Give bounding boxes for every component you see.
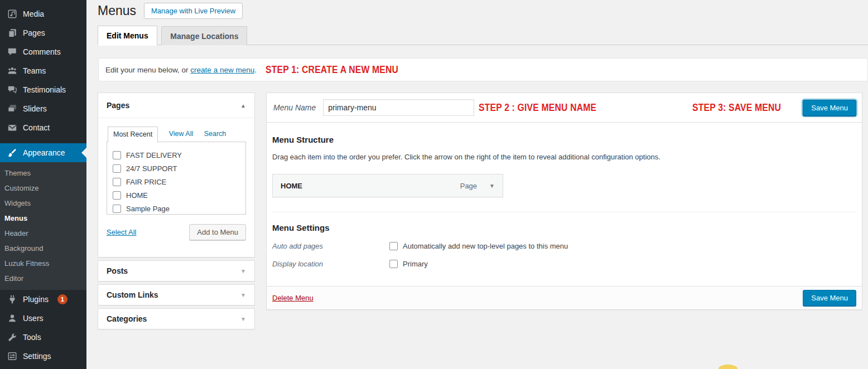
create-new-menu-link[interactable]: create a new menu xyxy=(190,66,254,74)
notice-text: Edit your menu below, or xyxy=(105,66,189,74)
sidebar-item-contact[interactable]: Contact xyxy=(0,118,86,137)
auto-add-pages-text: Automatically add new top-level pages to… xyxy=(403,242,568,250)
tools-icon xyxy=(7,332,18,343)
display-location-row: Display location Primary xyxy=(272,260,856,268)
page-checkbox[interactable] xyxy=(113,178,121,186)
chevron-down-icon: ▼ xyxy=(240,292,246,298)
collapse-arrow-icon[interactable]: ▲ xyxy=(240,103,246,109)
sidebar-item-teams[interactable]: Teams xyxy=(0,61,86,80)
sidebar-item-label: Comments xyxy=(23,47,61,56)
nav-tab-wrapper: Edit Menus Manage Locations xyxy=(98,25,868,45)
submenu-item-widgets[interactable]: Widgets xyxy=(0,196,86,211)
submenu-item-background[interactable]: Background xyxy=(0,241,86,256)
tab-search[interactable]: Search xyxy=(204,130,226,138)
sidebar-item-label: Users xyxy=(23,314,44,323)
sidebar-item-label: Plugins xyxy=(23,295,49,304)
submenu-item-editor[interactable]: Editor xyxy=(0,271,86,287)
display-location-label: Display location xyxy=(272,260,389,268)
accordion-title: Categories xyxy=(107,314,147,323)
tab-edit-menus[interactable]: Edit Menus xyxy=(98,26,157,46)
media-icon xyxy=(7,8,18,20)
accordion-title: Posts xyxy=(107,266,128,275)
tab-manage-locations[interactable]: Manage Locations xyxy=(161,26,247,45)
display-location-primary-checkbox[interactable] xyxy=(389,260,398,268)
display-location-text: Primary xyxy=(403,260,428,268)
page-item-label: Sample Page xyxy=(126,205,170,213)
page-checkbox-row: Sample Page xyxy=(113,202,240,215)
step3-annotation: STEP 3: SAVE MENU xyxy=(692,102,781,114)
accordion-posts[interactable]: Posts ▼ xyxy=(98,260,255,281)
sidebar-item-appearance[interactable]: Appearance xyxy=(0,143,86,162)
menu-structure-help: Drag each item into the order you prefer… xyxy=(272,153,856,161)
pages-panel-title: Pages xyxy=(107,101,129,110)
menu-item-home[interactable]: HOME Page ▼ xyxy=(272,174,503,197)
step1-annotation: STEP 1: CREATE A NEW MENU xyxy=(266,64,398,76)
teams-icon xyxy=(7,65,18,76)
notice-period: . xyxy=(254,66,257,74)
settings-icon xyxy=(7,351,18,362)
select-all-link[interactable]: Select All xyxy=(107,228,136,236)
yellow-artifact xyxy=(718,365,737,369)
save-menu-button-top[interactable]: Save Menu xyxy=(803,100,856,116)
page-item-label: FAST DELIVERY xyxy=(126,151,182,159)
chevron-down-icon: ▼ xyxy=(240,316,246,322)
sidebar-item-plugins[interactable]: Plugins 1 xyxy=(0,290,86,309)
save-menu-button-bottom[interactable]: Save Menu xyxy=(803,290,856,306)
sidebar-item-media[interactable]: Media xyxy=(0,4,86,23)
admin-sidebar: Media Pages Comments Teams Testimonials xyxy=(0,0,86,369)
page-checkbox[interactable] xyxy=(113,191,121,200)
pages-panel: Pages ▲ Most Recent View All Search FAST… xyxy=(98,93,255,258)
auto-add-pages-checkbox[interactable] xyxy=(389,242,398,250)
menu-item-label: HOME xyxy=(281,182,302,190)
submenu-item-themes[interactable]: Themes xyxy=(0,166,86,181)
menu-name-input[interactable] xyxy=(323,99,474,116)
submenu-item-luzuk-fitness[interactable]: Luzuk Fitness xyxy=(0,256,86,271)
sidebar-item-settings[interactable]: Settings xyxy=(0,347,86,366)
publishing-actions-bar: Delete Menu Save Menu xyxy=(267,286,862,309)
page-checkbox-row: HOME xyxy=(113,188,240,202)
manage-live-preview-button[interactable]: Manage with Live Preview xyxy=(144,3,243,19)
sidebar-item-label: Contact xyxy=(23,123,50,132)
sidebar-item-testimonials[interactable]: Testimonials xyxy=(0,80,86,99)
sidebar-item-label: Appearance xyxy=(23,148,65,157)
page-checkbox[interactable] xyxy=(113,151,121,159)
accordion-custom-links[interactable]: Custom Links ▼ xyxy=(98,284,255,305)
sidebar-item-label: Tools xyxy=(23,333,41,342)
pages-checklist: FAST DELIVERY 24/7 SUPPORT FAIR PRICE HO… xyxy=(107,142,246,215)
users-icon xyxy=(7,313,18,324)
accordion-title: Custom Links xyxy=(107,290,158,299)
page-checkbox[interactable] xyxy=(113,164,121,173)
sidebar-item-pages[interactable]: Pages xyxy=(0,23,86,42)
sidebar-item-tools[interactable]: Tools xyxy=(0,328,86,347)
menu-name-label: Menu Name xyxy=(273,103,316,112)
sidebar-item-label: Sliders xyxy=(23,104,47,113)
page-item-label: HOME xyxy=(126,191,148,200)
menu-editor-panel: Menu Name STEP 2 : GIVE MENU NAME STEP 3… xyxy=(266,93,862,310)
step2-annotation: STEP 2 : GIVE MENU NAME xyxy=(479,102,596,114)
page-item-label: 24/7 SUPPORT xyxy=(126,164,177,173)
pages-panel-header[interactable]: Pages ▲ xyxy=(98,93,254,118)
sidebar-item-users[interactable]: Users xyxy=(0,309,86,328)
menu-item-type: Page xyxy=(460,182,477,190)
menu-item-caret-icon[interactable]: ▼ xyxy=(489,183,495,189)
submenu-item-menus[interactable]: Menus xyxy=(0,211,86,226)
section-divider xyxy=(272,212,856,212)
tab-most-recent[interactable]: Most Recent xyxy=(108,127,158,143)
add-to-menu-button[interactable]: Add to Menu xyxy=(189,224,246,240)
sidebar-item-label: Testimonials xyxy=(23,85,66,94)
accordion-categories[interactable]: Categories ▼ xyxy=(98,308,255,329)
plugins-icon xyxy=(7,294,18,305)
submenu-item-customize[interactable]: Customize xyxy=(0,181,86,196)
menu-structure-title: Menu Structure xyxy=(272,135,856,144)
tab-view-all[interactable]: View All xyxy=(169,130,194,138)
submenu-item-header[interactable]: Header xyxy=(0,226,86,241)
appearance-submenu: Themes Customize Widgets Menus Header Ba… xyxy=(0,162,86,290)
sidebar-item-label: Pages xyxy=(23,28,45,37)
page-checkbox[interactable] xyxy=(113,205,121,213)
sidebar-item-comments[interactable]: Comments xyxy=(0,42,86,61)
plugins-update-badge: 1 xyxy=(57,294,67,304)
delete-menu-link[interactable]: Delete Menu xyxy=(272,294,314,302)
comments-icon xyxy=(7,46,18,57)
edit-menu-notice: Edit your menu below, or create a new me… xyxy=(98,58,868,81)
sidebar-item-sliders[interactable]: Sliders xyxy=(0,99,86,118)
